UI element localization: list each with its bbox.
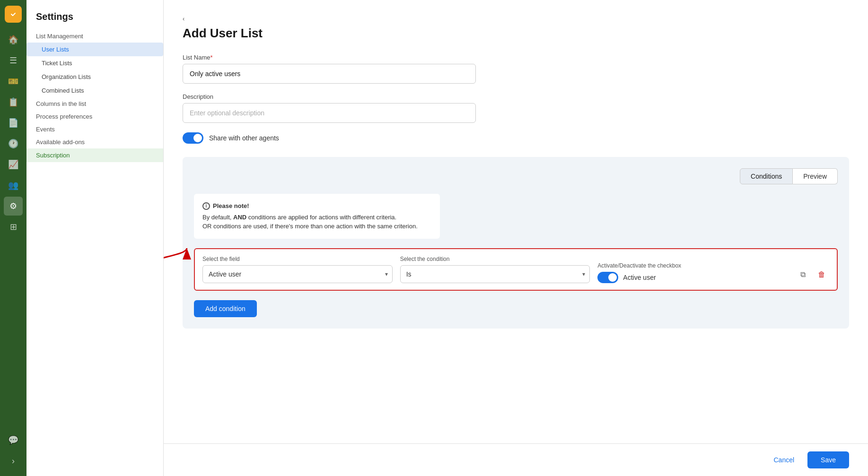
icon-bar: 🏠 ☰ 🎫 📋 📄 🕐 📈 👥 ⚙ ⊞ 💬 ›	[0, 0, 26, 476]
info-line2: OR conditions are used, if there's more …	[202, 222, 431, 231]
tab-preview[interactable]: Preview	[793, 168, 838, 184]
tabs-section: Conditions Preview i Please note! By def…	[183, 157, 849, 329]
select-condition-label: Select the condition	[400, 256, 590, 262]
info-box: i Please note! By default, AND condition…	[194, 194, 440, 239]
info-line1: By default, AND conditions are applied f…	[202, 213, 431, 222]
condition-toggle-group: Activate/Deactivate the checkbox Active …	[597, 262, 788, 283]
nav-report-icon[interactable]: 📋	[4, 93, 23, 112]
copy-condition-button[interactable]: ⧉	[795, 267, 810, 282]
share-toggle-row: Share with other agents	[183, 132, 849, 144]
nav-grid-icon[interactable]: ⊞	[4, 217, 23, 236]
info-title: i Please note!	[202, 201, 431, 211]
condition-toggle-row: Active user	[597, 272, 788, 283]
save-button[interactable]: Save	[807, 451, 849, 468]
share-toggle-label: Share with other agents	[209, 134, 279, 142]
condition-toggle[interactable]	[597, 272, 618, 283]
back-button[interactable]: ‹	[183, 15, 849, 22]
nav-home-icon[interactable]: 🏠	[4, 30, 23, 49]
share-toggle[interactable]	[183, 132, 203, 144]
back-chevron-icon: ‹	[183, 15, 184, 22]
nav-ticket-icon[interactable]: 🎫	[4, 72, 23, 91]
nav-chat-icon[interactable]: 💬	[4, 431, 23, 450]
sidebar-item-process-preferences[interactable]: Process preferences	[26, 110, 163, 123]
cancel-button[interactable]: Cancel	[766, 452, 802, 467]
main: ‹ Add User List List Name* Description S…	[164, 0, 868, 476]
tabs-bar: Conditions Preview	[194, 168, 838, 184]
red-arrow-annotation	[164, 243, 196, 281]
nav-list-icon[interactable]: ☰	[4, 51, 23, 70]
sidebar-title: Settings	[26, 8, 163, 30]
condition-area: Select the field Active user ▾ Select th…	[194, 248, 838, 291]
nav-clock-icon[interactable]: 🕐	[4, 134, 23, 153]
sidebar-item-available-addons[interactable]: Available add-ons	[26, 136, 163, 148]
main-content: ‹ Add User List List Name* Description S…	[164, 0, 868, 443]
sidebar-item-organization-lists[interactable]: Organization Lists	[26, 70, 163, 84]
sidebar-item-user-lists[interactable]: User Lists	[26, 43, 163, 56]
nav-expand-icon[interactable]: ›	[4, 451, 23, 470]
sidebar-item-columns[interactable]: Columns in the list	[26, 97, 163, 110]
list-name-group: List Name*	[183, 54, 849, 84]
condition-toggle-value-label: Active user	[623, 274, 656, 281]
select-condition-group: Select the condition Is ▾	[400, 256, 590, 283]
footer: Cancel Save	[164, 443, 868, 476]
sidebar-item-combined-lists[interactable]: Combined Lists	[26, 84, 163, 97]
select-field-label: Select the field	[202, 256, 393, 262]
select-condition-wrapper: Is ▾	[400, 265, 590, 283]
copy-icon: ⧉	[800, 270, 806, 279]
select-field-group: Select the field Active user ▾	[202, 256, 393, 283]
select-condition-dropdown[interactable]: Is	[400, 265, 590, 283]
condition-row: Select the field Active user ▾ Select th…	[194, 248, 838, 291]
info-icon: i	[202, 202, 210, 210]
list-name-label: List Name*	[183, 54, 849, 61]
description-input[interactable]	[183, 103, 476, 123]
select-field-wrapper: Active user ▾	[202, 265, 393, 283]
delete-condition-button[interactable]: 🗑	[814, 267, 829, 282]
svg-rect-0	[9, 10, 18, 18]
nav-gear-icon[interactable]: ⚙	[4, 197, 23, 216]
description-group: Description	[183, 93, 849, 123]
sidebar-item-subscription[interactable]: Subscription	[26, 148, 163, 162]
condition-toggle-label: Activate/Deactivate the checkbox	[597, 262, 788, 269]
nav-users-icon[interactable]: 👥	[4, 176, 23, 195]
sidebar-item-list-management[interactable]: List Management	[26, 30, 163, 43]
nav-chart-icon[interactable]: 📈	[4, 155, 23, 174]
delete-icon: 🗑	[818, 270, 825, 279]
sidebar-item-ticket-lists[interactable]: Ticket Lists	[26, 56, 163, 70]
nav-invoice-icon[interactable]: 📄	[4, 113, 23, 132]
sidebar-item-events[interactable]: Events	[26, 123, 163, 136]
description-label: Description	[183, 93, 849, 100]
tab-conditions[interactable]: Conditions	[740, 168, 793, 184]
add-condition-button[interactable]: Add condition	[194, 300, 257, 317]
sidebar: Settings List Management User Lists Tick…	[26, 0, 164, 476]
select-field-dropdown[interactable]: Active user	[202, 265, 393, 283]
list-name-input[interactable]	[183, 64, 476, 84]
page-title: Add User List	[183, 26, 849, 41]
app-logo	[5, 6, 22, 23]
condition-actions: ⧉ 🗑	[795, 267, 829, 283]
